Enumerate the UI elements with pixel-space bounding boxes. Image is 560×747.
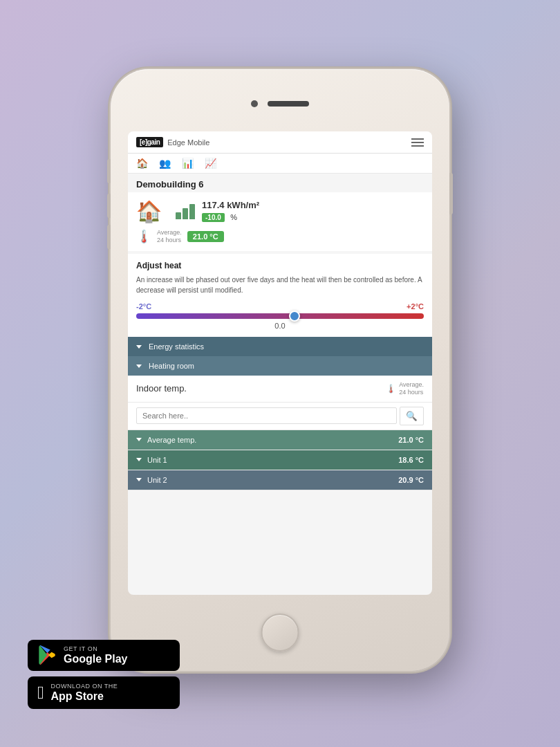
- percent-suffix: %: [230, 213, 237, 221]
- temp-badge: 21.0 °C: [187, 231, 224, 242]
- google-play-badge[interactable]: GET IT ON Google Play: [28, 640, 180, 671]
- chevron-unit1-icon: [136, 458, 142, 461]
- app-store-subtitle: Download on the: [51, 683, 118, 690]
- chevron-heating-icon: [136, 365, 142, 368]
- energy-statistics-label: Energy statistics: [149, 342, 204, 351]
- chevron-energy-icon: [136, 345, 142, 349]
- indoor-temp-header: Indoor temp. 🌡️ Average.24 hours: [128, 376, 432, 403]
- app-store-badge[interactable]:  Download on the App Store: [28, 676, 180, 709]
- adjust-heat-section: Adjust heat An increase will be phased o…: [128, 254, 432, 337]
- app-store-title: App Store: [51, 690, 118, 703]
- thermometer-icon: 🌡️: [136, 229, 151, 244]
- slider-labels: -2°C +2°C: [136, 302, 424, 311]
- indoor-thermo-icon: 🌡️: [386, 384, 396, 394]
- room-unit2-temp: 20.9 °C: [398, 476, 424, 484]
- percent-badge: -10.0: [202, 213, 225, 222]
- slider-thumb[interactable]: [289, 311, 300, 322]
- percent-row: -10.0 %: [202, 210, 259, 223]
- indoor-avg-label: Average.24 hours: [399, 381, 424, 396]
- room-unit1-name: Unit 1: [136, 456, 167, 464]
- room-unit2-name: Unit 2: [136, 476, 167, 484]
- google-play-icon: [37, 645, 57, 665]
- room-item-unit2[interactable]: Unit 2 20.9 °C: [128, 470, 432, 490]
- bar-chart-icon: [176, 204, 195, 219]
- energy-stats: 117.4 kWh/m² -10.0 %: [202, 200, 259, 223]
- heating-room-header[interactable]: Heating room: [128, 356, 432, 376]
- avg-label: Average. 24 hours: [157, 229, 182, 244]
- phone-top: [251, 100, 309, 107]
- temp-row: 🌡️ Average. 24 hours 21.0 °C: [136, 229, 424, 244]
- google-play-subtitle: GET IT ON: [64, 645, 127, 652]
- building-name: Demobuilding 6: [128, 174, 432, 192]
- apple-icon: : [37, 682, 44, 703]
- logo-box: [e]gain: [136, 137, 163, 147]
- app-header: [e]gain Edge Mobile: [128, 131, 432, 154]
- indoor-avg-info: 🌡️ Average.24 hours: [386, 381, 424, 396]
- house-icon: 🏠: [136, 199, 162, 223]
- app-logo: [e]gain Edge Mobile: [136, 137, 209, 147]
- room-item-unit1[interactable]: Unit 1 18.6 °C: [128, 450, 432, 470]
- search-bar: 🔍: [128, 403, 432, 430]
- app-title: Edge Mobile: [167, 138, 209, 147]
- room-avg-temp: 21.0 °C: [398, 436, 424, 444]
- search-input[interactable]: [136, 407, 397, 424]
- room-item-avg[interactable]: Average temp. 21.0 °C: [128, 430, 432, 450]
- slider-neg-label: -2°C: [136, 302, 151, 311]
- camera-dot: [251, 100, 258, 107]
- room-avg-name: Average temp.: [136, 436, 196, 444]
- adjust-heat-desc: An increase will be phased out over five…: [136, 275, 424, 295]
- room-unit1-temp: 18.6 °C: [398, 456, 424, 464]
- slider-track[interactable]: [136, 313, 424, 319]
- chevron-avg-icon: [136, 438, 142, 441]
- google-play-text: GET IT ON Google Play: [64, 645, 127, 665]
- slider-value: 0.0: [136, 322, 424, 330]
- adjust-heat-title: Adjust heat: [136, 261, 424, 270]
- kwh-value: 117.4 kWh/m²: [202, 200, 259, 210]
- nav-home-icon[interactable]: 🏠: [136, 158, 148, 169]
- indoor-temp-title: Indoor temp.: [136, 383, 187, 394]
- energy-statistics-header[interactable]: Energy statistics: [128, 337, 432, 356]
- phone-shell: [e]gain Edge Mobile 🏠 👥 📊 📈 Demobuilding…: [111, 69, 449, 671]
- google-play-title: Google Play: [64, 652, 127, 665]
- chevron-unit2-icon: [136, 478, 142, 481]
- speaker-grille: [268, 101, 309, 107]
- stats-card: 🏠 117.4 kWh/m² -10.0 % 🌡️ Avera: [128, 192, 432, 251]
- home-button[interactable]: [261, 614, 299, 652]
- heating-room-label: Heating room: [149, 362, 194, 370]
- search-button[interactable]: 🔍: [400, 407, 424, 425]
- app-store-text: Download on the App Store: [51, 683, 118, 703]
- nav-people-icon[interactable]: 👥: [159, 158, 171, 169]
- nav-chart-icon[interactable]: 📈: [205, 158, 216, 169]
- badges-container: GET IT ON Google Play  Download on the …: [28, 640, 180, 709]
- phone-screen: [e]gain Edge Mobile 🏠 👥 📊 📈 Demobuilding…: [128, 131, 432, 595]
- nav-icons: 🏠 👥 📊 📈: [128, 154, 432, 174]
- stats-row: 🏠 117.4 kWh/m² -10.0 %: [136, 199, 424, 223]
- slider-pos-label: +2°C: [407, 302, 424, 311]
- hamburger-menu[interactable]: [411, 138, 424, 147]
- nav-bar-chart-icon[interactable]: 📊: [182, 158, 194, 169]
